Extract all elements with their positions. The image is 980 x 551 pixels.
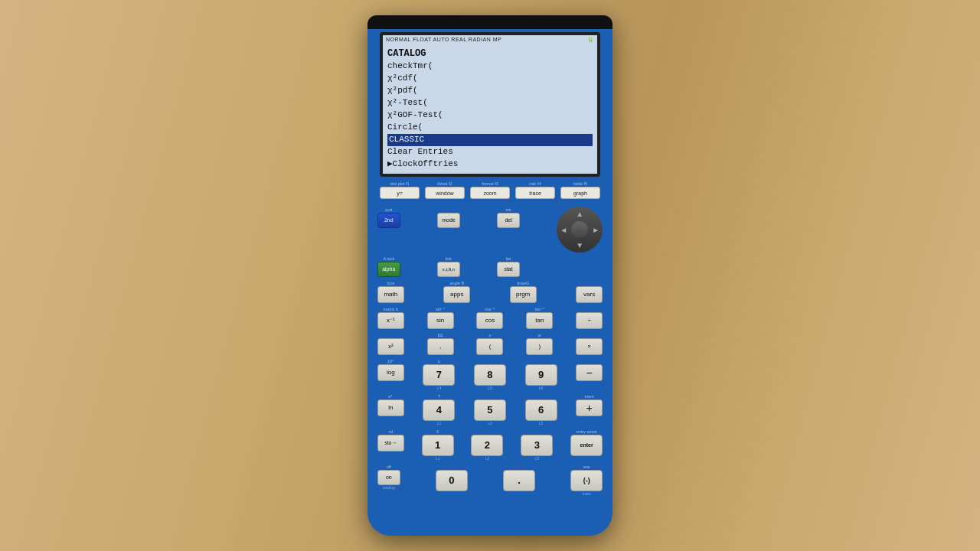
key-5: 5 L2 xyxy=(474,393,506,425)
6-button[interactable]: 6 xyxy=(525,399,557,421)
screen-line-5: χ²GOF-Test( xyxy=(387,109,593,122)
xtn-button[interactable]: x,t,θ,n xyxy=(437,262,460,277)
key-subtract: − xyxy=(576,358,603,390)
key-mode: mode xyxy=(437,207,460,253)
math-button[interactable]: math xyxy=(377,286,404,303)
sto-button[interactable]: sto→ xyxy=(377,435,404,452)
vars-button[interactable]: vars xyxy=(576,286,603,303)
screen-line-classic: CLASSIC xyxy=(387,134,593,146)
key-sto: rcl sto→ xyxy=(377,429,404,461)
prgm-button[interactable]: prgm xyxy=(510,286,537,303)
rparen-button[interactable]: ) xyxy=(526,338,553,355)
divide-button[interactable]: ÷ xyxy=(576,312,603,329)
key-row-4: matrix b x⁻¹ sin⁻¹ sin cos⁻¹ cos tan⁻¹ t… xyxy=(377,306,603,329)
key-xtn: link x,t,θ,n xyxy=(437,256,460,277)
key-enter: entry solve enter xyxy=(570,429,603,461)
dot-button[interactable]: . xyxy=(503,470,535,491)
sin-button[interactable]: sin xyxy=(427,312,454,329)
key-div: ÷ xyxy=(576,306,603,329)
key-dot: . xyxy=(503,464,535,496)
key-9: 9 L6 xyxy=(525,358,557,390)
ln-button[interactable]: ln xyxy=(377,399,404,416)
key-7: u 7 L4 xyxy=(423,358,455,390)
trace-button[interactable]: trace xyxy=(515,187,555,199)
mode-button[interactable]: mode xyxy=(437,213,460,228)
neg-button[interactable]: (-) xyxy=(570,470,603,491)
key-row-1: quit 2nd mode ins del ▲ ▼ ◄ xyxy=(377,207,603,253)
key-ln: eˣ ln xyxy=(377,393,404,425)
dpad-down-arrow: ▼ xyxy=(576,241,583,249)
9-button[interactable]: 9 xyxy=(525,364,557,386)
y-equals-button[interactable]: y= xyxy=(380,187,420,199)
log-button[interactable]: log xyxy=(377,364,404,381)
background: NORMAL FLOAT AUTO REAL RADIAN MP 🔋 CATAL… xyxy=(0,0,980,551)
key-del: ins del xyxy=(497,207,520,253)
1-button[interactable]: 1 xyxy=(422,435,454,456)
dpad[interactable]: ▲ ▼ ◄ ► xyxy=(557,207,603,253)
screen-line-clear: Clear Entries xyxy=(387,146,593,158)
key-lparen: v ( xyxy=(476,332,503,355)
2-button[interactable]: 2 xyxy=(471,435,503,456)
8-button[interactable]: 8 xyxy=(474,364,506,386)
top-strip xyxy=(368,15,612,29)
divider-1 xyxy=(380,201,600,201)
tan-button[interactable]: tan xyxy=(526,312,553,329)
key-alpha: A lock alpha xyxy=(377,256,400,277)
key-vars: vars xyxy=(576,280,603,303)
catalog-title: CATALOG xyxy=(387,47,593,60)
graph-button[interactable]: graph xyxy=(560,187,600,199)
multiply-button[interactable]: × xyxy=(576,338,603,355)
key-2: 2 L2 xyxy=(471,429,503,461)
calculator-screen: CATALOG checkTmr( χ²cdf( χ²pdf( χ²-Test(… xyxy=(383,44,597,174)
key-xsq: x² xyxy=(377,332,404,355)
enter-button[interactable]: enter xyxy=(570,435,603,456)
dpad-left-arrow: ◄ xyxy=(560,225,567,233)
screen-line-1: checkTmr( xyxy=(387,60,593,73)
zoom-button[interactable]: zoom xyxy=(470,187,510,199)
key-math: tcos math xyxy=(377,280,404,303)
key-row-8: rcl sto→ X 1 L1 2 L2 3 L3 xyxy=(377,429,603,461)
key-on: off on catalog xyxy=(377,464,400,496)
key-row-5: x² EE , v ( w ) × xyxy=(377,332,603,355)
subtract-button[interactable]: − xyxy=(576,364,603,381)
dpad-up-arrow: ▲ xyxy=(576,210,583,218)
key-apps: angle B apps xyxy=(443,280,470,303)
apps-button[interactable]: apps xyxy=(443,286,470,303)
4-button[interactable]: 4 xyxy=(423,399,455,421)
key-rparen: w ) xyxy=(526,332,553,355)
xinv-button[interactable]: x⁻¹ xyxy=(377,312,404,329)
key-3: 3 L3 xyxy=(521,429,553,461)
0-button[interactable]: 0 xyxy=(436,470,468,491)
del-button[interactable]: del xyxy=(497,213,520,228)
screen-housing: NORMAL FLOAT AUTO REAL RADIAN MP 🔋 CATAL… xyxy=(380,32,600,177)
key-row-6: 10ˣ log u 7 L4 8 L5 9 L6 xyxy=(377,358,603,390)
screen-line-2: χ²cdf( xyxy=(387,73,593,85)
key-add: mem + xyxy=(576,393,603,425)
alpha-button[interactable]: alpha xyxy=(377,262,400,277)
dpad-ring[interactable]: ▲ ▼ ◄ ► xyxy=(557,207,603,253)
key-row-9: off on catalog 0 . ans (-) trans xyxy=(377,464,603,496)
key-4: T 4 L1 xyxy=(423,393,455,425)
key-row-2: A lock alpha link x,t,θ,n list stat xyxy=(377,256,603,277)
add-button[interactable]: + xyxy=(576,399,603,416)
3-button[interactable]: 3 xyxy=(521,435,553,456)
key-row-7: eˣ ln T 4 L1 5 L2 6 L3 xyxy=(377,393,603,425)
dpad-right-arrow: ► xyxy=(592,225,599,233)
key-neg: ans (-) trans xyxy=(570,464,603,496)
5-button[interactable]: 5 xyxy=(474,399,506,421)
xsq-button[interactable]: x² xyxy=(377,338,404,355)
key-6: 6 L3 xyxy=(525,393,557,425)
cos-button[interactable]: cos xyxy=(476,312,503,329)
dpad-center[interactable] xyxy=(571,221,588,238)
2nd-button[interactable]: 2nd xyxy=(377,213,400,228)
stat-button[interactable]: stat xyxy=(497,262,520,277)
comma-button[interactable]: , xyxy=(427,338,454,355)
fn-label-row: stat plot f1 tblset f2 format f3 calc f4… xyxy=(380,181,600,186)
7-button[interactable]: 7 xyxy=(423,364,455,386)
key-section: quit 2nd mode ins del ▲ ▼ ◄ xyxy=(377,207,603,499)
status-bar: NORMAL FLOAT AUTO REAL RADIAN MP 🔋 xyxy=(383,35,597,44)
key-1: X 1 L1 xyxy=(422,429,454,461)
lparen-button[interactable]: ( xyxy=(476,338,503,355)
on-button[interactable]: on xyxy=(377,470,400,485)
window-button[interactable]: window xyxy=(425,187,465,199)
